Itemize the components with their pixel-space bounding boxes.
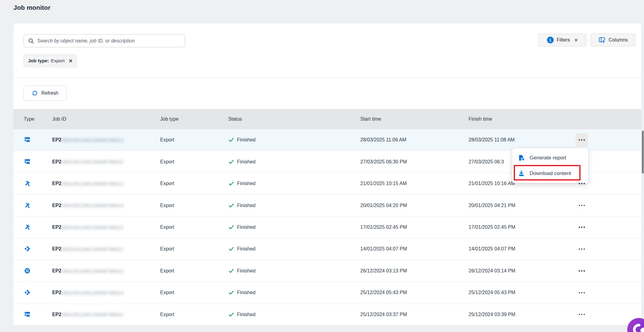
finished-check-icon bbox=[228, 159, 234, 165]
job-type-cell: Export bbox=[160, 181, 174, 186]
columns-button[interactable]: Columns bbox=[591, 34, 635, 46]
hexagon-doc-icon bbox=[24, 267, 31, 275]
job-type-cell: Export bbox=[160, 203, 174, 208]
job-id-cell: EP22502251236123456789012 bbox=[52, 159, 124, 165]
start-time-cell: 14/01/2025 04:07 PM bbox=[360, 246, 407, 252]
row-actions-button[interactable] bbox=[576, 242, 588, 256]
search-icon bbox=[28, 38, 34, 44]
finished-check-icon bbox=[228, 268, 234, 274]
job-id-cell: EP22502251236123456789012 bbox=[52, 181, 124, 186]
menu-item-download-content[interactable]: Download content bbox=[512, 166, 588, 181]
finished-check-icon bbox=[228, 202, 234, 209]
tools-icon bbox=[24, 224, 31, 231]
job-type-cell: Export bbox=[160, 159, 174, 165]
download-icon bbox=[518, 170, 525, 177]
table-row[interactable]: EP22502251236123456789012ExportFinished1… bbox=[13, 238, 641, 260]
start-time-cell: 20/01/2025 04:20 PM bbox=[360, 203, 407, 208]
filters-button[interactable]: 1 Filters × bbox=[538, 34, 586, 46]
row-actions-button[interactable] bbox=[576, 286, 588, 300]
job-type-cell: Export bbox=[160, 137, 174, 143]
row-actions-button[interactable] bbox=[576, 220, 588, 234]
filter-chip-value: Export bbox=[51, 58, 65, 64]
job-monitor-card: Job type: Export × 1 Filters × Columns bbox=[13, 24, 641, 325]
finish-time-cell: 17/01/2025 02:45 PM bbox=[469, 224, 515, 230]
finished-check-icon bbox=[228, 224, 234, 230]
redacted-job-id: 2502251236123456789012 bbox=[61, 312, 124, 317]
finished-check-icon bbox=[228, 137, 234, 143]
job-type-cell: Export bbox=[160, 290, 174, 295]
menu-item-label: Download content bbox=[530, 170, 571, 177]
job-type-cell: Export bbox=[160, 268, 174, 274]
job-id-cell: EP22502251236123456789012 bbox=[52, 203, 124, 208]
row-actions-button[interactable] bbox=[576, 264, 588, 278]
refresh-icon bbox=[31, 90, 38, 97]
table-row[interactable]: EP22502251236123456789012ExportFinished2… bbox=[13, 129, 641, 151]
table-row[interactable]: EP22502251236123456789012ExportFinished2… bbox=[13, 282, 641, 304]
job-id-cell: EP22502251236123456789012 bbox=[52, 290, 124, 295]
generate-report-icon bbox=[518, 154, 525, 162]
status-cell: Finished bbox=[228, 137, 255, 143]
column-header-status: Status bbox=[228, 116, 242, 122]
finish-time-cell: 25/12/2024 05:43 PM bbox=[469, 290, 515, 295]
finish-time-cell: 14/01/2025 04:07 PM bbox=[469, 246, 515, 252]
finished-check-icon bbox=[228, 246, 234, 252]
status-cell: Finished bbox=[228, 268, 255, 274]
job-id-cell: EP22502251236123456789012 bbox=[52, 137, 124, 143]
server-cloud-icon bbox=[24, 136, 31, 144]
job-id-cell: EP22502251236123456789012 bbox=[52, 268, 124, 274]
refresh-button[interactable]: Refresh bbox=[23, 86, 67, 101]
column-header-job-type: Job type bbox=[160, 116, 178, 122]
diamond-icon bbox=[24, 289, 31, 296]
redacted-job-id: 2502251236123456789012 bbox=[61, 159, 124, 164]
redacted-job-id: 2502251236123456789012 bbox=[61, 290, 124, 295]
start-time-cell: 28/03/2025 11:06 AM bbox=[360, 137, 406, 143]
finish-time-cell: 26/12/2024 03:14 PM bbox=[469, 268, 515, 274]
table-row[interactable]: EP22502251236123456789012ExportFinished2… bbox=[13, 195, 641, 216]
start-time-cell: 17/01/2025 02:45 PM bbox=[360, 224, 407, 230]
redacted-job-id: 2502251236123456789012 bbox=[61, 181, 124, 186]
start-time-cell: 21/01/2025 10:15 AM bbox=[360, 181, 407, 186]
tools-icon bbox=[24, 180, 31, 187]
redacted-job-id: 2502251236123456789012 bbox=[61, 225, 124, 230]
filter-chip-label: Job type: bbox=[28, 58, 49, 64]
status-cell: Finished bbox=[228, 159, 255, 165]
vertical-scrollbar-thumb[interactable] bbox=[642, 131, 644, 173]
chat-widget-button[interactable] bbox=[627, 318, 644, 332]
server-cloud-icon bbox=[24, 311, 31, 318]
start-time-cell: 26/12/2024 03:13 PM bbox=[360, 268, 407, 274]
column-header-finish-time: Finish time bbox=[469, 116, 492, 122]
filter-chip-remove-icon[interactable]: × bbox=[69, 58, 73, 64]
redacted-job-id: 2502251236123456789012 bbox=[61, 138, 124, 143]
filter-chip-job-type[interactable]: Job type: Export × bbox=[23, 54, 77, 67]
finish-time-cell: 21/01/2025 10:16 AM bbox=[469, 181, 515, 186]
finish-time-cell: 25/12/2024 03:39 PM bbox=[469, 312, 515, 317]
column-header-type: Type bbox=[24, 116, 34, 122]
page-title: Job monitor bbox=[13, 4, 50, 11]
table-row[interactable]: EP22502251236123456789012ExportFinished1… bbox=[13, 217, 641, 238]
finish-time-cell: 20/01/2025 04:21 PM bbox=[469, 203, 515, 208]
tools-icon bbox=[24, 202, 31, 209]
row-actions-button[interactable] bbox=[576, 308, 588, 321]
status-cell: Finished bbox=[228, 290, 255, 296]
filters-clear-icon[interactable]: × bbox=[574, 36, 578, 44]
row-actions-button[interactable] bbox=[576, 199, 588, 212]
table-header: Type Job ID Job type Status Start time F… bbox=[13, 109, 641, 129]
filters-button-label: Filters bbox=[557, 37, 570, 43]
table-row[interactable]: EP22502251236123456789012ExportFinished2… bbox=[13, 304, 641, 325]
finished-check-icon bbox=[228, 290, 234, 296]
menu-item-generate-report[interactable]: Generate report bbox=[512, 150, 588, 166]
diamond-icon bbox=[24, 245, 31, 253]
columns-settings-icon bbox=[598, 36, 606, 44]
table-row[interactable]: EP22502251236123456789012ExportFinished2… bbox=[13, 260, 641, 282]
finished-check-icon bbox=[228, 181, 234, 187]
status-cell: Finished bbox=[228, 181, 255, 187]
search-input[interactable] bbox=[23, 34, 185, 47]
row-actions-button[interactable] bbox=[576, 133, 588, 147]
column-header-start-time: Start time bbox=[360, 116, 381, 122]
server-cloud-icon bbox=[24, 158, 31, 166]
column-header-job-id: Job ID bbox=[52, 116, 66, 122]
job-type-cell: Export bbox=[160, 224, 174, 230]
search-field-wrap bbox=[23, 34, 185, 47]
chat-widget-icon bbox=[627, 318, 644, 332]
status-cell: Finished bbox=[228, 224, 255, 230]
